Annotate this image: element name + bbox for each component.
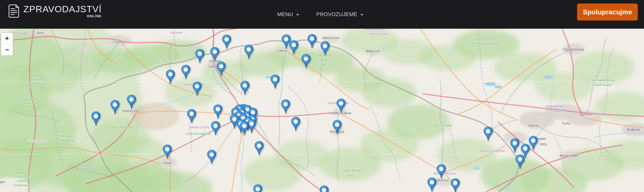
- map-label-nature: vrchy: [346, 174, 353, 177]
- map-marker[interactable]: [192, 82, 202, 96]
- map-label-nature: Schiefergebirge/: [26, 82, 47, 85]
- map-marker[interactable]: [336, 98, 346, 113]
- news-document-icon: [8, 4, 20, 19]
- map-label-nature: Naturpark: [16, 171, 28, 174]
- map-marker[interactable]: [127, 95, 136, 109]
- map-label-nature: Oberpfälzer: [79, 172, 94, 175]
- map-label-city: Jaworzno: [579, 113, 592, 116]
- map-label-city: Rybnik: [528, 124, 538, 127]
- map-label-nature: les: [119, 130, 123, 134]
- map-marker[interactable]: [270, 75, 280, 89]
- chevron-down-icon: [360, 14, 364, 16]
- map-label-nature: Orlich Gniazd: [594, 83, 612, 87]
- map-label-nature: park: [321, 63, 326, 66]
- map-zoom-control: + −: [1, 32, 13, 56]
- map-label-region: Střední Čechy: [189, 125, 210, 129]
- map-label-nature: CHKO Slavkovský: [109, 126, 133, 129]
- map-marker[interactable]: [216, 62, 226, 76]
- map-label-minor: Oberfranken: [28, 139, 47, 143]
- map-label-city: Bielsko-Biała: [560, 154, 578, 158]
- map-label-nature: Wald: [84, 176, 90, 179]
- map-marker[interactable]: [515, 154, 525, 169]
- map-label-nature: Nördlicher: [80, 167, 94, 171]
- map-marker[interactable]: [240, 81, 250, 96]
- map-label-city: Jelenia Góra: [322, 36, 340, 40]
- map-marker[interactable]: [301, 54, 311, 69]
- zoom-out-button[interactable]: −: [1, 44, 13, 55]
- map-marker[interactable]: [162, 144, 172, 159]
- map-label-nature: Thüringer: [30, 78, 43, 81]
- map-label-nature: Obere Saale: [28, 86, 45, 89]
- map-marker[interactable]: [254, 141, 264, 156]
- main-nav: MENU PROVOZUJEME: [277, 0, 364, 29]
- map-marker[interactable]: [110, 100, 120, 115]
- map-label-nature: CHKO Křivoklátsko: [186, 132, 211, 135]
- map-marker[interactable]: [291, 117, 300, 131]
- map-marker[interactable]: [240, 121, 249, 136]
- map-marker[interactable]: [307, 34, 317, 49]
- map-label-nature: CHKO Jeseníky: [432, 124, 452, 127]
- map-label-nature: Naturpark: [60, 134, 72, 138]
- brand-title: ZPRAVODAJSTVÍ: [23, 4, 102, 14]
- map-label-city: Liberec: [278, 49, 288, 53]
- map-marker[interactable]: [281, 99, 290, 114]
- map-label-region: Thüringen: [14, 31, 29, 35]
- map-marker[interactable]: [244, 45, 254, 59]
- map-label-city: Olomouc: [436, 179, 449, 182]
- map-label-nature: CHKO Žďárské: [342, 169, 362, 172]
- map-marker[interactable]: [181, 65, 191, 80]
- map-label-nature: Naturpark: [30, 74, 43, 77]
- map-marker[interactable]: [211, 121, 220, 136]
- map-marker[interactable]: [427, 178, 437, 192]
- map-marker[interactable]: [195, 49, 205, 64]
- map-label-region: Sachsen: [170, 31, 182, 35]
- brand-subtitle: ONLINE: [87, 14, 102, 18]
- map-label-city: Jena: [36, 31, 44, 35]
- map-marker[interactable]: [289, 40, 299, 55]
- map-label-nature: Frankenwald: [21, 101, 38, 105]
- map-marker[interactable]: [320, 41, 330, 56]
- map-label-city: gen: [0, 180, 6, 184]
- map-canvas[interactable]: + − JenaChemnitzÚstí nadLabemLiberecJele…: [0, 29, 644, 192]
- map-label-region: śląskie: [552, 109, 563, 113]
- map-label-city: Chemnitz: [113, 40, 126, 44]
- map-label-nature: Naturpark: [23, 97, 36, 101]
- map-label-city: Tychy: [562, 122, 570, 125]
- map-marker[interactable]: [166, 69, 175, 84]
- map-label-city: Kraków: [627, 127, 640, 132]
- map-marker[interactable]: [510, 138, 520, 153]
- map-label-city: Zdrój: [540, 143, 547, 146]
- map-label-nature: Fränkische: [15, 175, 29, 178]
- map-marker[interactable]: [213, 104, 223, 119]
- nav-item-provozujeme-label: PROVOZUJEME: [316, 11, 358, 17]
- nav-item-provozujeme[interactable]: PROVOZUJEME: [316, 11, 364, 17]
- map-marker[interactable]: [210, 47, 220, 62]
- map-label-nature: Frankenjura: [14, 184, 30, 187]
- map-label-city: Wałbrzych: [366, 49, 380, 53]
- map-marker[interactable]: [207, 150, 216, 165]
- nav-item-menu-label: MENU: [277, 11, 293, 17]
- map-label-region: województwo: [365, 29, 385, 31]
- map-label-city: Karlovy Vary: [122, 109, 140, 113]
- map-label-nature: Schweiz: [16, 179, 28, 183]
- map-marker[interactable]: [319, 186, 329, 192]
- collaborate-button[interactable]: Spolupracujme: [577, 3, 638, 20]
- map-marker[interactable]: [91, 111, 101, 126]
- map-marker[interactable]: [253, 184, 263, 192]
- map-label-city: Plzeň: [164, 162, 172, 165]
- map-label-nature: Park Krajobrazowy: [590, 78, 614, 82]
- header: ZPRAVODAJSTVÍ ONLINE MENU PROVOZUJEME Sp…: [0, 0, 644, 29]
- chevron-down-icon: [296, 14, 299, 16]
- map-marker[interactable]: [436, 164, 446, 179]
- map-label-nature: Fichtelgebirge: [57, 139, 75, 142]
- map-label-region: dolnośląskie: [370, 32, 388, 36]
- brand-logo[interactable]: ZPRAVODAJSTVÍ ONLINE: [8, 4, 102, 19]
- zoom-in-button[interactable]: +: [1, 33, 13, 44]
- map-marker[interactable]: [222, 34, 232, 49]
- map-marker[interactable]: [187, 109, 196, 124]
- map-label-region: Moravskoslezsko: [480, 149, 505, 153]
- nav-item-menu[interactable]: MENU: [277, 11, 299, 17]
- map-marker[interactable]: [450, 178, 460, 192]
- map-marker[interactable]: [332, 120, 342, 135]
- map-marker[interactable]: [483, 126, 493, 141]
